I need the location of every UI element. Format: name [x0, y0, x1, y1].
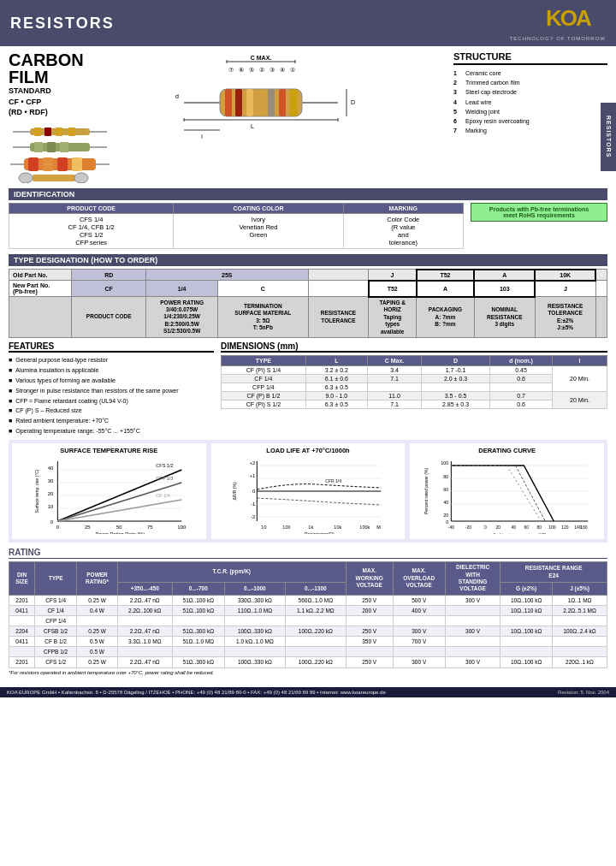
new-part-label: New Part No.(Pb-free) — [9, 281, 72, 297]
svg-text:160: 160 — [581, 525, 589, 530]
svg-text:10k: 10k — [334, 525, 341, 530]
svg-rect-41 — [268, 89, 275, 116]
feature-6: ■CF (P) S – Reduced size — [9, 406, 214, 416]
new-t52: T52 — [369, 281, 417, 297]
page-title: RESISTORS — [10, 15, 115, 33]
product-images — [9, 123, 120, 185]
svg-line-74 — [57, 500, 181, 521]
svg-text:②: ② — [259, 67, 264, 73]
svg-rect-12 — [60, 142, 68, 152]
svg-text:D: D — [351, 99, 355, 105]
svg-text:100: 100 — [441, 460, 448, 466]
structure-item-7: 7Marking — [453, 126, 607, 135]
svg-text:60: 60 — [524, 525, 530, 530]
svg-point-23 — [74, 173, 88, 183]
dim-col-d: D — [422, 355, 490, 365]
old-a: A — [474, 270, 535, 281]
page-footer: KOA EUROPE GmbH • Kaltenbachstr. 6 • D-2… — [0, 687, 616, 697]
svg-text:Surface temp. rise (°C): Surface temp. rise (°C) — [34, 469, 39, 513]
structure-item-1: 1Ceramic core — [453, 68, 607, 78]
main-content: CARBON FILM STANDARD CF • CFP (RD • RDF) — [0, 46, 616, 684]
svg-rect-39 — [246, 89, 253, 116]
svg-text:⑤: ⑤ — [249, 67, 254, 73]
old-part-row: Old Part No. RD 25S J T52 A 10K — [9, 270, 607, 281]
feature-2: ■Alumina insulation is applicable — [9, 365, 214, 376]
svg-text:d: d — [175, 93, 179, 99]
id-code-cell: CFS 1/4CF 1/4, CFB 1/2CFS 1/2CFP series — [9, 213, 174, 248]
svg-rect-16 — [28, 157, 38, 171]
dimensions-table: TYPE L C Max. D d (nom.) l CF (Pi) S 1/4… — [221, 355, 607, 409]
svg-text:60: 60 — [444, 487, 449, 492]
svg-rect-17 — [43, 157, 53, 171]
label-nominal: NOMINALRESISTANCE3 digits — [474, 297, 535, 338]
svg-rect-3 — [34, 128, 41, 136]
svg-rect-18 — [57, 157, 68, 171]
label-power-rating: POWER RATING3/40:0.075W1/4:230/0.25WB:2:… — [146, 297, 218, 338]
structure-title: STRUCTURE — [453, 51, 607, 65]
svg-text:Ambient temperature (°C): Ambient temperature (°C) — [493, 532, 547, 534]
old-25s: 25S — [146, 270, 308, 281]
rating-row-cfb12: 0411 CF B 1/2 0.5 W 3.3Ω..1.0 MΩ 51Ω..1.… — [9, 637, 607, 647]
svg-text:⑦: ⑦ — [228, 67, 234, 73]
svg-text:100: 100 — [549, 525, 557, 530]
feature-4: ■Stronger in pulse resistance than resis… — [9, 386, 214, 396]
svg-text:100k: 100k — [359, 525, 370, 530]
label-packaging: PACKAGINGA: 7mmB: ?mm — [417, 297, 475, 338]
old-rd: RD — [72, 270, 146, 281]
svg-point-21 — [19, 173, 33, 183]
feature-7: ■Rated ambient temperature: +70°C — [9, 416, 214, 426]
svg-rect-6 — [68, 128, 75, 136]
structure-item-2: 2Trimmed carbon film — [453, 78, 607, 87]
svg-text:Percent rated power (%): Percent rated power (%) — [424, 468, 429, 515]
identification-section: IDENTIFICATION PRODUCT CODE COATING COLO… — [9, 188, 607, 249]
rating-col-max-overload: MAX.OVERLOADVOLTAGE — [393, 562, 445, 596]
old-10k: 10K — [535, 270, 595, 281]
svg-rect-5 — [56, 128, 62, 136]
svg-text:40: 40 — [48, 466, 54, 471]
identification-header: IDENTIFICATION — [9, 188, 607, 200]
rating-col-dielectric: DIELECTRICWITHSTANDINGVOLTAGE — [445, 562, 500, 596]
rating-tcr-3: 0...-1000 — [224, 583, 285, 596]
structure-list: 1Ceramic core 2Trimmed carbon film 3Stee… — [453, 68, 607, 135]
new-14: 1/4 — [146, 281, 218, 297]
id-col-coating: COATING COLOR — [174, 203, 343, 213]
svg-text:10: 10 — [261, 525, 266, 530]
svg-text:+1: +1 — [249, 473, 256, 478]
rating-row-cf14: 0411 CF 1/4 0.4 W 2.2Ω..100 kΩ 51Ω..100 … — [9, 605, 607, 615]
rating-row-cfpb12: CFPB 1/2 0.5 W — [9, 647, 607, 657]
svg-text:-2: -2 — [251, 514, 256, 519]
order-label-row: PRODUCT CODE POWER RATING3/40:0.075W1/4:… — [9, 297, 607, 338]
svg-text:④: ④ — [280, 67, 285, 73]
dim-row-5: CF (Pi) S 1/2 6.3 ± 0.5 7.1 2.85 ± 0.3 0… — [222, 400, 607, 408]
svg-text:③: ③ — [270, 67, 275, 73]
type-designation-section: TYPE DESIGNATION (HOW TO ORDER) Old Part… — [9, 254, 607, 338]
structure-area: STRUCTURE 1Ceramic core 2Trimmed carbon … — [453, 51, 607, 185]
svg-text:75: 75 — [147, 525, 153, 530]
diagram-area: C MAX. ⑦ ⑥ ⑤ ② ③ ④ ① — [127, 51, 447, 185]
rating-col-power: POWERRATING* — [77, 562, 118, 596]
svg-text:0: 0 — [56, 525, 60, 530]
svg-rect-42 — [279, 89, 286, 116]
structure-item-5: 5Welding joint — [453, 107, 607, 116]
svg-text:KOA: KOA — [546, 5, 592, 31]
product-info: CARBON FILM STANDARD CF • CFP (RD • RDF) — [9, 51, 120, 185]
svg-text:80: 80 — [537, 525, 542, 530]
svg-text:30: 30 — [48, 478, 54, 483]
rating-range-j: J (±5%) — [553, 583, 607, 596]
id-coating-cell: IvoryVenetian RedGreen — [174, 213, 343, 248]
rating-col-tcr: T.C.R. (ppm/K) — [117, 562, 346, 583]
derating-chart: DERATING CURVE 100 80 60 40 20 0 — [410, 443, 604, 539]
feature-3: ■Various types of forming are available — [9, 376, 214, 386]
features-list: ■General purpose lead-type resistor ■Alu… — [9, 355, 214, 436]
svg-text:CFP 1/3: CFP 1/3 — [156, 476, 173, 481]
rating-col-din: DINSIZE — [9, 562, 35, 596]
rating-col-max-working: MAX.WORKINGVOLTAGE — [346, 562, 393, 596]
svg-text:-40: -40 — [448, 525, 454, 530]
rating-footnote: *For resistors operated in ambient tempe… — [9, 670, 607, 675]
new-c: C — [218, 281, 308, 297]
rating-section: RATING DINSIZE TYPE POWERRATING* T.C.R. … — [9, 548, 607, 674]
surface-temp-chart: SURFACE TEMPERATURE RISE 0 10 20 30 40 0… — [12, 443, 206, 539]
load-life-svg: +2 +1 0 -1 -2 CFR 1/4 10 100 1k 10k — [215, 457, 402, 534]
svg-text:80: 80 — [444, 474, 449, 479]
svg-text:1k: 1k — [308, 525, 313, 530]
